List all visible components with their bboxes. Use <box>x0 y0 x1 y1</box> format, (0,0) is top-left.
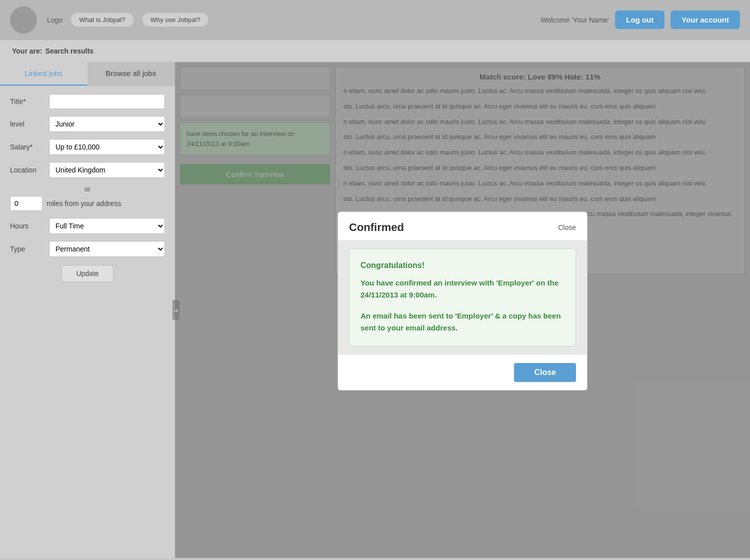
content-area: have been chosen for an interview on 24/… <box>175 62 750 558</box>
type-label: Type <box>10 245 45 253</box>
title-label: Title* <box>10 98 45 106</box>
header: Logo What is Jobpal? Why use Jobpal? Wel… <box>0 0 750 40</box>
modal-message-line2: An email has been sent to 'Employer' & a… <box>360 310 564 334</box>
logo-icon <box>10 6 37 34</box>
modal-message-line1: You have confirmed an interview with 'Em… <box>360 277 564 301</box>
header-right: Welcome 'Your Name' Log out Your account <box>540 10 740 29</box>
tabs: Linked jobs Browse all jobs <box>0 62 175 86</box>
breadcrumb-current: Search results <box>45 47 94 55</box>
miles-label: miles from your address <box>46 200 121 208</box>
update-button[interactable]: Update <box>62 265 113 282</box>
confirmation-modal: Confirmed Close Congratulations! You hav… <box>338 212 588 390</box>
modal-inner: Congratulations! You have confirmed an i… <box>349 248 576 346</box>
location-label: Location <box>10 166 45 174</box>
salary-row: Salary* Up to £10,000 Up to £20,000 Up t… <box>10 139 165 155</box>
hours-row: Hours Full Time Part Time Contract <box>10 218 165 234</box>
miles-row: miles from your address <box>10 196 165 211</box>
location-row: Location United Kingdom United States Ca… <box>10 162 165 178</box>
location-select[interactable]: United Kingdom United States Canada <box>49 162 165 178</box>
breadcrumb: Your are: Search results <box>0 40 750 62</box>
modal-body: Congratulations! You have confirmed an i… <box>338 240 587 354</box>
nav-why-jobpal[interactable]: Why use Jobpal? <box>142 12 209 27</box>
or-divider: or <box>10 185 165 193</box>
search-form: Title* level Junior Mid Senior Lead Sala… <box>0 86 175 290</box>
hours-select[interactable]: Full Time Part Time Contract <box>49 218 165 234</box>
modal-close-button[interactable]: Close <box>514 363 576 382</box>
main-layout: Linked jobs Browse all jobs Title* level… <box>0 62 750 558</box>
miles-input[interactable] <box>10 196 42 211</box>
type-row: Type Permanent Contract Temporary <box>10 241 165 257</box>
title-row: Title* <box>10 94 165 109</box>
level-select[interactable]: Junior Mid Senior Lead <box>49 116 165 132</box>
type-select[interactable]: Permanent Contract Temporary <box>49 241 165 257</box>
level-label: level <box>10 120 45 128</box>
tab-linked-jobs[interactable]: Linked jobs <box>0 62 88 86</box>
hours-label: Hours <box>10 222 45 230</box>
welcome-text: Welcome 'Your Name' <box>540 16 609 24</box>
breadcrumb-prefix: Your are: <box>12 47 42 55</box>
sidebar: Linked jobs Browse all jobs Title* level… <box>0 62 175 558</box>
level-row: level Junior Mid Senior Lead <box>10 116 165 132</box>
tab-browse-all-jobs[interactable]: Browse all jobs <box>88 62 176 86</box>
modal-footer: Close <box>338 354 587 390</box>
logout-button[interactable]: Log out <box>615 10 664 29</box>
salary-label: Salary* <box>10 143 45 151</box>
modal-close-top[interactable]: Close <box>558 224 576 232</box>
logo-text: Logo <box>47 16 62 24</box>
modal-header: Confirmed Close <box>338 212 587 240</box>
title-input[interactable] <box>49 94 165 109</box>
account-button[interactable]: Your account <box>670 10 740 29</box>
nav-what-is-jobpal[interactable]: What is Jobpal? <box>70 12 134 27</box>
modal-title: Confirmed <box>349 221 404 234</box>
salary-select[interactable]: Up to £10,000 Up to £20,000 Up to £30,00… <box>49 139 165 155</box>
modal-congrats: Congratulations! <box>360 261 564 270</box>
